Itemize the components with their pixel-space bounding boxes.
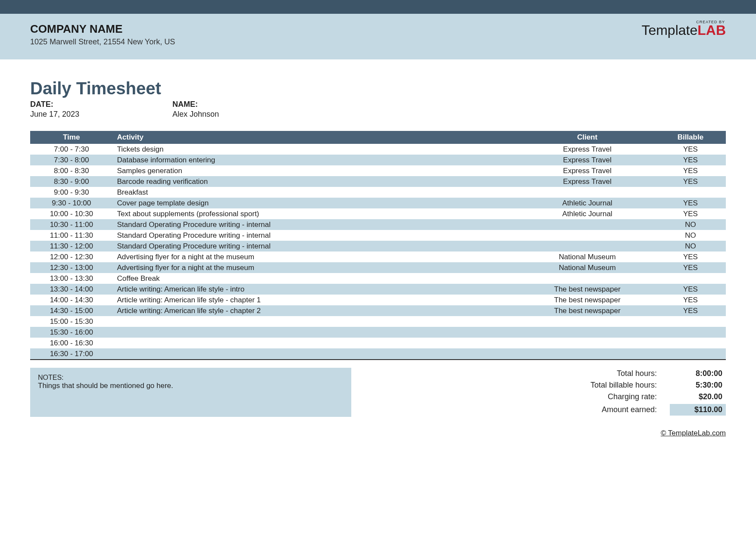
cell-billable: NO [655,219,726,230]
cell-activity: Advertising flyer for a night at the mus… [112,251,519,262]
total-row: Total billable hours:5:30:00 [540,379,726,391]
cell-client [519,338,655,348]
table-row: 14:30 - 15:00Article writing: American l… [30,305,726,316]
cell-activity [112,338,519,348]
meta-name: NAME: Alex Johnson [172,100,315,119]
cell-client [519,327,655,338]
table-row: 11:00 - 11:30Standard Operating Procedur… [30,230,726,241]
cell-client: National Museum [519,251,655,262]
cell-activity [112,327,519,338]
cell-time: 16:00 - 16:30 [30,338,112,348]
cell-billable: YES [655,144,726,155]
cell-billable: YES [655,155,726,165]
cell-activity: Advertising flyer for a night at the mus… [112,262,519,273]
cell-client: The best newspaper [519,295,655,305]
credit-link[interactable]: © TemplateLab.com [0,429,756,438]
total-label: Charging rate: [540,392,670,401]
table-header-row: Time Activity Client Billable [30,131,726,144]
cell-time: 11:30 - 12:00 [30,241,112,251]
cell-client: The best newspaper [519,284,655,295]
cell-activity: Breakfast [112,187,519,198]
cell-time: 14:00 - 14:30 [30,295,112,305]
cell-time: 15:00 - 15:30 [30,316,112,327]
total-value: 5:30:00 [670,381,726,390]
cell-activity: Standard Operating Procedure writing - i… [112,219,519,230]
cell-time: 14:30 - 15:00 [30,305,112,316]
table-row: 12:30 - 13:00Advertising flyer for a nig… [30,262,726,273]
cell-client: Express Travel [519,176,655,187]
cell-activity: Database information entering [112,155,519,165]
notes-box: NOTES: Things that should be mentioned g… [30,368,351,417]
cell-activity: Tickets design [112,144,519,155]
cell-time: 8:30 - 9:00 [30,176,112,187]
cell-activity: Article writing: American life style - c… [112,305,519,316]
timesheet-table: Time Activity Client Billable 7:00 - 7:3… [30,131,726,360]
cell-activity: Cover page template design [112,198,519,208]
date-label: DATE: [30,100,172,109]
name-value: Alex Johnson [172,110,315,119]
totals: Total hours:8:00:00Total billable hours:… [540,368,726,417]
cell-billable: YES [655,198,726,208]
cell-time: 15:30 - 16:00 [30,327,112,338]
cell-billable: NO [655,230,726,241]
table-row: 8:30 - 9:00Barcode reading verificationE… [30,176,726,187]
top-bar [0,0,756,14]
table-row: 14:00 - 14:30Article writing: American l… [30,295,726,305]
company-name: COMPANY NAME [30,22,175,36]
logo-tagline: CREATED BY [696,20,725,24]
table-row: 11:30 - 12:00Standard Operating Procedur… [30,241,726,251]
col-client: Client [519,131,655,144]
notes-text: Things that should be mentioned go here. [38,382,344,390]
table-row: 16:30 - 17:00 [30,348,726,360]
table-row: 13:00 - 13:30Coffee Break [30,273,726,284]
cell-billable: YES [655,251,726,262]
total-value: $20.00 [670,392,726,401]
table-row: 8:00 - 8:30Samples generationExpress Tra… [30,165,726,176]
col-activity: Activity [112,131,519,144]
cell-time: 9:30 - 10:00 [30,198,112,208]
logo-part2: LAB [697,22,726,38]
cell-billable: YES [655,208,726,219]
table-row: 12:00 - 12:30Advertising flyer for a nig… [30,251,726,262]
table-row: 9:00 - 9:30Breakfast [30,187,726,198]
cell-billable: YES [655,262,726,273]
cell-time: 11:00 - 11:30 [30,230,112,241]
cell-time: 13:30 - 14:00 [30,284,112,295]
cell-client: National Museum [519,262,655,273]
cell-time: 7:30 - 8:00 [30,155,112,165]
cell-activity: Barcode reading verification [112,176,519,187]
cell-activity: Samples generation [112,165,519,176]
table-row: 10:30 - 11:00Standard Operating Procedur… [30,219,726,230]
company-address: 1025 Marwell Street, 21554 New York, US [30,37,175,47]
cell-client [519,348,655,360]
cell-billable [655,327,726,338]
cell-client: Express Travel [519,144,655,155]
total-row: Total hours:8:00:00 [540,368,726,379]
table-row: 10:00 - 10:30Text about supplements (pro… [30,208,726,219]
cell-time: 9:00 - 9:30 [30,187,112,198]
company-block: COMPANY NAME 1025 Marwell Street, 21554 … [30,22,175,47]
cell-time: 10:00 - 10:30 [30,208,112,219]
cell-activity: Standard Operating Procedure writing - i… [112,230,519,241]
cell-client [519,316,655,327]
page-title: Daily Timesheet [30,79,726,98]
cell-billable [655,273,726,284]
footer: NOTES: Things that should be mentioned g… [30,368,726,417]
cell-time: 12:00 - 12:30 [30,251,112,262]
cell-time: 7:00 - 7:30 [30,144,112,155]
cell-time: 16:30 - 17:00 [30,348,112,360]
cell-client [519,273,655,284]
table-row: 13:30 - 14:00Article writing: American l… [30,284,726,295]
cell-billable: YES [655,295,726,305]
logo-part1: Template [641,22,697,38]
total-label: Total hours: [540,369,670,378]
cell-activity [112,348,519,360]
table-row: 15:00 - 15:30 [30,316,726,327]
table-row: 7:00 - 7:30Tickets designExpress TravelY… [30,144,726,155]
name-label: NAME: [172,100,315,109]
col-time: Time [30,131,112,144]
cell-billable [655,187,726,198]
table-row: 15:30 - 16:00 [30,327,726,338]
date-value: June 17, 2023 [30,110,172,119]
cell-activity: Article writing: American life style - i… [112,284,519,295]
